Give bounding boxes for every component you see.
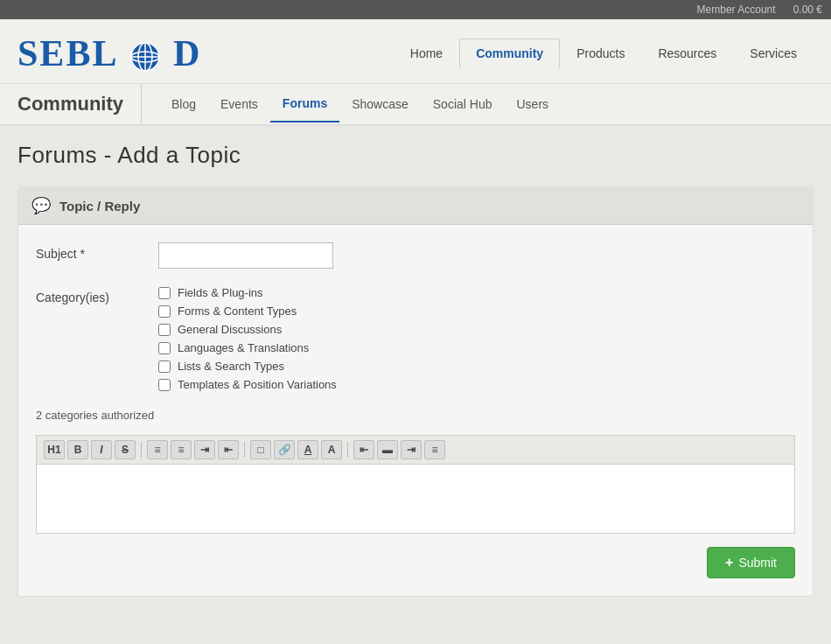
category-checkbox-general[interactable]	[158, 324, 171, 336]
main-content: 💬 Topic / Reply Subject * Category(ies) …	[0, 178, 831, 614]
sub-nav-blog[interactable]: Blog	[159, 87, 208, 122]
list-item: General Discussions	[158, 323, 337, 336]
sub-nav-forums[interactable]: Forums	[270, 86, 339, 122]
topic-reply-icon: 💬	[31, 196, 51, 215]
category-label-templates: Templates & Position Variations	[178, 378, 337, 391]
toolbar-separator-1	[141, 442, 142, 458]
sub-nav-bar: Community Blog Events Forums Showcase So…	[0, 84, 831, 126]
submit-label: Submit	[738, 556, 777, 570]
subject-input[interactable]	[158, 242, 333, 269]
subject-field	[158, 242, 333, 269]
logo: SEBL D	[17, 32, 201, 74]
header: SEBL D Home Community Products Resources…	[0, 19, 831, 84]
toolbar-italic-button[interactable]: I	[91, 440, 112, 459]
category-label-fields-plugins: Fields & Plug-ins	[178, 286, 263, 299]
toolbar-ol-button[interactable]: ≡	[171, 440, 192, 459]
member-account: Member Account	[697, 4, 776, 16]
category-checkbox-lists-search[interactable]	[158, 360, 171, 373]
sub-nav-social-hub[interactable]: Social Hub	[421, 87, 505, 122]
category-label-languages: Languages & Translations	[178, 341, 309, 354]
toolbar-bg-button[interactable]: A	[321, 440, 342, 459]
subject-label: Subject *	[36, 242, 141, 261]
toolbar-ul-button[interactable]: ≡	[147, 440, 168, 459]
sub-nav-users[interactable]: Users	[504, 87, 561, 122]
form-panel: 💬 Topic / Reply Subject * Category(ies) …	[17, 186, 814, 597]
sub-nav-events[interactable]: Events	[208, 87, 270, 122]
top-bar: Member Account 0.00 €	[0, 0, 831, 19]
nav-home[interactable]: Home	[394, 38, 459, 68]
editor-area[interactable]	[36, 464, 795, 534]
logo-globe-icon	[129, 41, 161, 73]
categories-note: 2 categories authorized	[36, 409, 795, 422]
sub-nav-section-label: Community	[17, 84, 142, 124]
balance: 0.00 €	[793, 4, 822, 16]
nav-products[interactable]: Products	[560, 38, 641, 68]
category-checkbox-templates[interactable]	[158, 379, 171, 391]
list-item: Fields & Plug-ins	[158, 286, 337, 299]
toolbar-align-center-button[interactable]: ▬	[377, 440, 398, 459]
category-label-general: General Discussions	[178, 323, 282, 336]
nav-resources[interactable]: Resources	[641, 38, 733, 68]
list-item: Languages & Translations	[158, 341, 337, 354]
toolbar-h1-button[interactable]: H1	[44, 440, 65, 459]
category-checkbox-languages[interactable]	[158, 342, 171, 354]
submit-plus-icon: +	[725, 555, 733, 570]
page-title-bar: Forums - Add a Topic	[0, 126, 831, 178]
category-checkbox-fields-plugins[interactable]	[158, 287, 171, 299]
submit-area: + Submit	[36, 534, 795, 578]
submit-button[interactable]: + Submit	[707, 547, 795, 578]
toolbar-align-left-button[interactable]: ⇤	[353, 440, 374, 459]
categories-row: Category(ies) Fields & Plug-ins Forms & …	[36, 286, 795, 391]
list-item: Forms & Content Types	[158, 304, 337, 318]
toolbar-link-button[interactable]: 🔗	[274, 440, 295, 459]
editor-toolbar: H1 B I S ≡ ≡ ⇥ ⇤ □ 🔗 A A ⇤ ▬ ⇥ ≡	[36, 435, 795, 464]
category-label-forms-content: Forms & Content Types	[178, 304, 297, 318]
toolbar-indent-button[interactable]: ⇥	[194, 440, 215, 459]
toolbar-separator-3	[347, 442, 348, 458]
toolbar-underline-button[interactable]: A	[297, 440, 318, 459]
toolbar-align-justify-button[interactable]: ≡	[424, 440, 445, 459]
nav-community[interactable]: Community	[459, 38, 560, 68]
categories-list: Fields & Plug-ins Forms & Content Types …	[158, 286, 337, 391]
list-item: Lists & Search Types	[158, 360, 337, 373]
category-label-lists-search: Lists & Search Types	[178, 360, 284, 373]
form-body: Subject * Category(ies) Fields & Plug-in…	[18, 225, 813, 596]
subject-row: Subject *	[36, 242, 795, 269]
page-title: Forums - Add a Topic	[17, 142, 814, 169]
sub-nav: Community Blog Events Forums Showcase So…	[17, 84, 814, 124]
toolbar-align-right-button[interactable]: ⇥	[401, 440, 422, 459]
sub-nav-showcase[interactable]: Showcase	[339, 87, 421, 122]
categories-label: Category(ies)	[36, 286, 141, 304]
nav-services[interactable]: Services	[733, 38, 814, 68]
toolbar-box-button[interactable]: □	[250, 440, 271, 459]
form-panel-header: 💬 Topic / Reply	[18, 187, 813, 225]
toolbar-strikethrough-button[interactable]: S	[115, 440, 136, 459]
toolbar-outdent-button[interactable]: ⇤	[218, 440, 239, 459]
toolbar-bold-button[interactable]: B	[67, 440, 88, 459]
main-nav: Home Community Products Resources Servic…	[394, 38, 814, 68]
category-checkbox-forms-content[interactable]	[158, 305, 171, 318]
list-item: Templates & Position Variations	[158, 378, 337, 391]
form-panel-title: Topic / Reply	[59, 199, 140, 214]
header-top: SEBL D Home Community Products Resources…	[17, 32, 814, 83]
toolbar-separator-2	[244, 442, 245, 458]
logo-text: SEBL D	[17, 32, 201, 74]
